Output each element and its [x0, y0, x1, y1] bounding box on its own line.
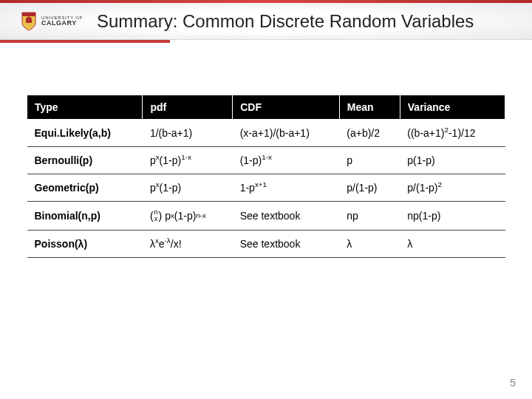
- table-row: Equi.Likely(a,b)1/(b-a+1)(x-a+1)/(b-a+1)…: [27, 120, 505, 147]
- page-number: 5: [510, 377, 516, 389]
- cell-variance: p/(1-p)2: [400, 174, 505, 202]
- col-pdf: pdf: [143, 95, 233, 120]
- col-mean: Mean: [339, 95, 400, 120]
- cell-mean: λ: [339, 231, 400, 258]
- cell-pdf: px(1-p)1-x: [143, 147, 233, 174]
- table-row: Bernoulli(p)px(1-p)1-x(1-p)1-xpp(1-p): [27, 147, 505, 174]
- cell-pdf: 1/(b-a+1): [143, 120, 233, 147]
- cell-pdf: λxe-λ/x!: [143, 231, 233, 258]
- cell-type: Bernoulli(p): [27, 147, 143, 174]
- cell-variance: ((b-a+1)2-1)/12: [400, 120, 505, 147]
- table-header-row: Type pdf CDF Mean Variance: [27, 95, 505, 120]
- cell-variance: np(1-p): [400, 202, 505, 231]
- table-row: Binomial(n,p)(nx) px(1-p)n-xSee textbook…: [27, 202, 505, 231]
- col-type: Type: [27, 95, 143, 120]
- cell-type: Geometric(p): [27, 174, 143, 202]
- cell-pdf: px(1-p): [143, 174, 233, 202]
- col-cdf: CDF: [233, 95, 340, 120]
- cell-mean: p: [339, 147, 400, 174]
- slide: UNIVERSITY OF CALGARY Summary: Common Di…: [0, 0, 532, 399]
- logo-bottom-text: CALGARY: [41, 20, 83, 27]
- cell-cdf: (1-p)1-x: [233, 147, 340, 174]
- cell-cdf: 1-px+1: [233, 174, 340, 202]
- cell-variance: p(1-p): [400, 147, 505, 174]
- content-area: Type pdf CDF Mean Variance Equi.Likely(a…: [27, 95, 505, 258]
- svg-rect-0: [22, 13, 35, 16]
- red-underline: [0, 40, 170, 43]
- cell-mean: p/(1-p): [339, 174, 400, 202]
- cell-variance: λ: [400, 231, 505, 258]
- distributions-table: Type pdf CDF Mean Variance Equi.Likely(a…: [27, 95, 505, 258]
- col-variance: Variance: [400, 95, 505, 120]
- cell-type: Binomial(n,p): [27, 202, 143, 231]
- cell-cdf: (x-a+1)/(b-a+1): [233, 120, 340, 147]
- cell-cdf: See textbook: [233, 202, 340, 231]
- cell-cdf: See textbook: [233, 231, 340, 258]
- logo-text: UNIVERSITY OF CALGARY: [41, 16, 83, 27]
- slide-title: Summary: Common Discrete Random Variable…: [83, 11, 532, 32]
- cell-pdf: (nx) px(1-p)n-x: [143, 202, 233, 231]
- cell-mean: (a+b)/2: [339, 120, 400, 147]
- university-logo: UNIVERSITY OF CALGARY: [21, 11, 83, 32]
- cell-mean: np: [339, 202, 400, 231]
- cell-type: Equi.Likely(a,b): [27, 120, 143, 147]
- table-row: Geometric(p)px(1-p)1-px+1p/(1-p)p/(1-p)2: [27, 174, 505, 202]
- table-body: Equi.Likely(a,b)1/(b-a+1)(x-a+1)/(b-a+1)…: [27, 120, 505, 258]
- cell-type: Poisson(λ): [27, 231, 143, 258]
- shield-icon: [21, 11, 37, 32]
- table-row: Poisson(λ)λxe-λ/x!See textbookλλ: [27, 231, 505, 258]
- header: UNIVERSITY OF CALGARY Summary: Common Di…: [0, 3, 532, 40]
